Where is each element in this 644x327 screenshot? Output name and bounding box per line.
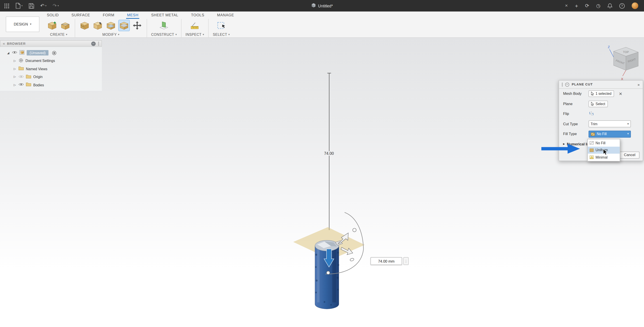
chevron-down-icon: ▾: [118, 33, 120, 36]
user-avatar[interactable]: [632, 2, 638, 9]
mesh-body-selection-button[interactable]: 1 selected: [588, 90, 614, 97]
expand-icon[interactable]: ▷: [13, 83, 16, 86]
axis-z-label: Z: [608, 45, 610, 49]
clear-selection-icon[interactable]: ✕: [619, 92, 622, 96]
tab-form[interactable]: FORM: [102, 12, 115, 19]
browser-title: BROWSER: [7, 42, 26, 46]
expand-icon[interactable]: ▷: [13, 67, 16, 71]
tab-mesh[interactable]: MESH: [126, 12, 139, 19]
dialog-grip[interactable]: [562, 82, 563, 86]
dialog-title-text: PLANE CUT: [572, 82, 593, 86]
close-tab-icon[interactable]: ✕: [565, 4, 568, 8]
collapse-panel-icon[interactable]: «: [3, 42, 4, 46]
chevron-down-icon: ▾: [30, 22, 31, 26]
uniform-fill-icon: [590, 148, 594, 152]
chevron-down-icon: ▾: [628, 132, 629, 136]
titlebar: ▾ ↶ ▾ ↷ ▾ Untitled* ✕ + ⟳ ◷: [0, 0, 644, 12]
notifications-bell-icon[interactable]: [608, 3, 612, 8]
tree-item-named-views[interactable]: ▷ Named Views: [0, 65, 102, 73]
folder-icon: [18, 66, 24, 72]
help-icon[interactable]: ?: [620, 3, 625, 8]
insert-mesh-icon[interactable]: [47, 20, 58, 31]
dock-dialog-icon[interactable]: »: [638, 82, 640, 86]
remesh-icon[interactable]: [79, 20, 90, 31]
group-label-create[interactable]: CREATE ▾: [50, 32, 68, 36]
group-label-construct[interactable]: CONSTRUCT ▾: [151, 32, 177, 36]
dimension-options-grip[interactable]: ⋮: [404, 257, 409, 265]
tree-item-origin[interactable]: ▷ Origin: [0, 73, 102, 81]
tab-manage[interactable]: MANAGE: [216, 12, 235, 19]
field-plane: Plane Select: [559, 99, 643, 109]
save-icon[interactable]: [29, 3, 34, 8]
group-label-select[interactable]: SELECT ▾: [213, 32, 230, 36]
chevron-down-icon: ▾: [66, 33, 68, 36]
dialog-titlebar[interactable]: − PLANE CUT »: [559, 80, 643, 89]
option-minimal[interactable]: Minimal: [588, 154, 620, 161]
viewcube[interactable]: Z TOP FRONT RIGHT X: [602, 42, 644, 84]
make-closed-mesh-icon[interactable]: [106, 20, 116, 31]
toolbar: CREATE ▾: [43, 19, 234, 37]
folder-icon: [26, 82, 31, 88]
tree-item-document-settings[interactable]: ▷ Document Settings: [0, 57, 102, 65]
activate-component-icon[interactable]: [52, 51, 56, 55]
redo-icon[interactable]: ↷ ▾: [52, 3, 59, 8]
field-fill-type: Fill Type No Fill ▾: [559, 129, 643, 139]
expand-icon[interactable]: ▷: [13, 76, 16, 79]
chevron-down-icon: ▾: [628, 122, 629, 126]
history-icon[interactable]: ◷: [596, 3, 600, 8]
flip-icon[interactable]: [588, 111, 594, 117]
plane-cut-icon[interactable]: [119, 20, 130, 31]
plane-select-button[interactable]: Select: [588, 101, 608, 107]
tab-solid[interactable]: SOLID: [46, 12, 60, 19]
tree-root-component[interactable]: ◢ (Unsaved): [0, 49, 102, 57]
cut-type-select[interactable]: Trim ▾: [588, 120, 631, 128]
select-icon[interactable]: [216, 20, 227, 31]
create-mesh-section-icon[interactable]: [60, 20, 71, 31]
hide-panel-icon[interactable]: −: [91, 42, 96, 46]
measure-icon[interactable]: [190, 20, 200, 31]
tab-surface[interactable]: SURFACE: [71, 12, 91, 19]
construct-plane-icon[interactable]: [159, 20, 170, 31]
new-tab-icon[interactable]: +: [575, 3, 578, 9]
document-tab: Untitled*: [0, 0, 644, 12]
section-expand-icon[interactable]: ▸: [563, 142, 564, 146]
app-grid-icon[interactable]: [4, 3, 10, 8]
eye-icon[interactable]: [12, 50, 17, 55]
file-icon[interactable]: ▾: [16, 3, 22, 9]
browser-scrollbar[interactable]: [98, 42, 99, 46]
eye-icon[interactable]: [18, 83, 24, 87]
eye-icon[interactable]: [18, 75, 24, 79]
select-cursor-icon: [591, 92, 594, 96]
toolbar-group-construct: CONSTRUCT ▾: [147, 19, 181, 37]
cancel-button[interactable]: Cancel: [620, 152, 640, 158]
group-label-inspect[interactable]: INSPECT ▾: [186, 32, 204, 36]
undo-icon[interactable]: ↶ ▾: [40, 3, 46, 8]
toolbar-group-create: CREATE ▾: [43, 19, 75, 37]
group-label-modify[interactable]: MODIFY ▾: [102, 32, 120, 36]
fusion-window: ▾ ↶ ▾ ↷ ▾ Untitled* ✕ + ⟳ ◷: [0, 0, 644, 327]
ribbon: SOLID SURFACE FORM MESH SHEET METAL TOOL…: [0, 12, 644, 38]
tab-sheet-metal[interactable]: SHEET METAL: [150, 12, 179, 19]
dimension-label: 74.00: [321, 151, 337, 156]
field-mesh-body: Mesh Body 1 selected ✕: [559, 89, 643, 99]
move-icon[interactable]: [132, 20, 143, 31]
expand-icon[interactable]: ▷: [13, 59, 16, 63]
document-icon: [311, 3, 316, 9]
sync-icon[interactable]: ⟳: [585, 3, 589, 8]
fill-type-select[interactable]: No Fill ▾: [588, 130, 631, 138]
document-name[interactable]: (Unsaved): [26, 50, 48, 56]
option-no-fill[interactable]: No Fill: [588, 139, 620, 146]
tab-tools[interactable]: TOOLS: [190, 12, 205, 19]
tree-item-bodies[interactable]: ▷ Bodies: [0, 81, 102, 89]
collapse-dialog-icon[interactable]: −: [565, 82, 569, 86]
reduce-icon[interactable]: [92, 20, 103, 31]
option-uniform[interactable]: Uniform: [588, 146, 620, 154]
field-cut-type: Cut Type Trim ▾: [559, 119, 643, 129]
field-flip: Flip: [559, 109, 643, 119]
expand-icon[interactable]: ◢: [6, 51, 10, 54]
chevron-down-icon: ▾: [203, 33, 204, 36]
workspace-switcher[interactable]: DESIGN ▾: [6, 16, 40, 32]
dimension-value-field[interactable]: 74.00 mm: [370, 257, 402, 265]
no-fill-icon: [590, 141, 594, 145]
toolbar-group-select: SELECT ▾: [208, 19, 234, 37]
